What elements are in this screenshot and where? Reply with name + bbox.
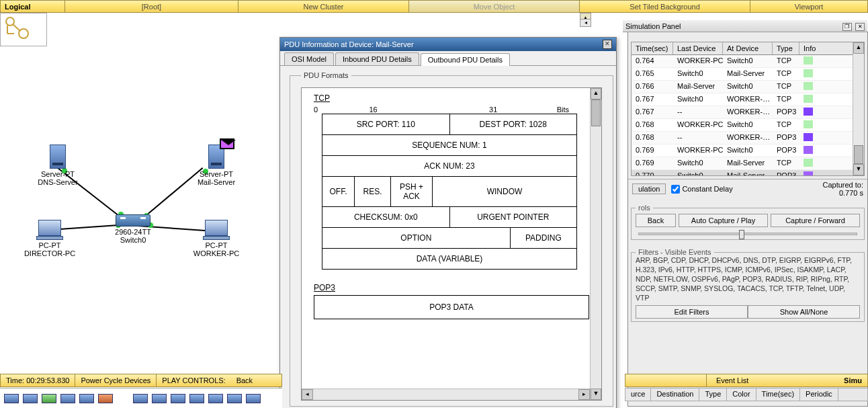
device-label: DNS-Server bbox=[34, 178, 82, 186]
event-list-table[interactable]: Time(sec) Last Device At Device Type Inf… bbox=[631, 42, 865, 176]
table-row[interactable]: 0.767--WORKER-…POP3 bbox=[632, 106, 864, 119]
tcp-option: OPTION bbox=[322, 228, 511, 248]
sim-options-row: ulation Constant Delay Captured to: 0.77… bbox=[628, 179, 867, 198]
pc-base bbox=[203, 236, 230, 240]
back-button[interactable]: Back bbox=[636, 214, 676, 227]
col-at-device[interactable]: At Device bbox=[723, 42, 773, 54]
device-type-icon[interactable] bbox=[79, 394, 94, 403]
server-icon bbox=[208, 145, 224, 169]
bit-16: 16 bbox=[369, 106, 377, 114]
new-cluster-button[interactable]: New Cluster bbox=[238, 1, 409, 12]
device-type-icon[interactable] bbox=[171, 394, 185, 403]
table-row[interactable]: 0.768WORKER-PCSwitch0TCP bbox=[632, 119, 864, 132]
device-type-icon[interactable] bbox=[42, 394, 56, 403]
tab-inbound-pdu[interactable]: Inbound PDU Details bbox=[335, 52, 419, 65]
event-list-button[interactable]: Event List bbox=[706, 374, 758, 386]
col-periodic[interactable]: Periodic bbox=[800, 389, 838, 401]
collapse-arrow[interactable]: ◂ bbox=[580, 19, 591, 27]
col-last-device[interactable]: Last Device bbox=[673, 42, 723, 54]
reset-simulation-button[interactable]: ulation bbox=[632, 183, 666, 194]
device-label: Mail-Server bbox=[192, 178, 241, 186]
col-color[interactable]: Color bbox=[727, 389, 756, 401]
switch-icon bbox=[116, 214, 150, 227]
col-destination[interactable]: Destination bbox=[651, 389, 699, 401]
device-type-icon[interactable] bbox=[189, 394, 204, 403]
device-type-icon[interactable] bbox=[208, 394, 223, 403]
table-row[interactable]: 0.765Switch0Mail-ServerTCP bbox=[632, 68, 864, 81]
tab-osi-model[interactable]: OSI Model bbox=[284, 52, 334, 65]
edit-filters-button[interactable]: Edit Filters bbox=[636, 305, 748, 319]
table-row[interactable]: 0.768--WORKER-…POP3 bbox=[632, 132, 864, 145]
close-icon[interactable]: ✕ bbox=[855, 23, 865, 31]
scroll-thumb[interactable] bbox=[854, 145, 863, 164]
sim-panel-header[interactable]: Simulation Panel ❐ ✕ bbox=[623, 20, 867, 32]
device-type-icon[interactable] bbox=[152, 394, 167, 403]
constant-delay-input[interactable] bbox=[671, 185, 680, 194]
set-tiled-bg-button[interactable]: Set Tiled Background bbox=[580, 1, 750, 12]
pc-base bbox=[36, 236, 63, 240]
device-label: Server-PT bbox=[192, 170, 241, 178]
device-mail-server[interactable]: Server-PT Mail-Server bbox=[192, 145, 241, 186]
scroll-up-icon[interactable]: ▲ bbox=[853, 42, 864, 54]
scroll-up-icon[interactable]: ▲ bbox=[591, 88, 601, 99]
device-worker-pc[interactable]: PC-PT WORKER-PC bbox=[187, 220, 246, 257]
play-controls-label: rols bbox=[636, 204, 653, 212]
table-row[interactable]: 0.764WORKER-PCSwitch0TCP bbox=[632, 55, 864, 68]
device-label: Switch0 bbox=[106, 236, 160, 244]
show-all-none-button[interactable]: Show All/None bbox=[748, 305, 860, 319]
scroll-left-icon[interactable]: ◂ bbox=[302, 389, 313, 400]
col-source[interactable]: urce bbox=[625, 389, 651, 401]
scroll-down-icon[interactable]: ▼ bbox=[591, 389, 601, 400]
col-time[interactable]: Time(sec) bbox=[632, 42, 673, 54]
restore-icon[interactable]: ❐ bbox=[842, 23, 852, 31]
pdu-envelope-icon[interactable] bbox=[220, 138, 234, 149]
device-type-icon[interactable] bbox=[4, 394, 19, 403]
device-dns-server[interactable]: Server-PT DNS-Server bbox=[34, 145, 82, 186]
scroll-down-icon[interactable]: ▼ bbox=[853, 164, 864, 175]
table-row[interactable]: 0.769Switch0Mail-ServerTCP bbox=[632, 157, 864, 170]
bottom-status-bar: Time: 00:29:53.830 Power Cycle Devices P… bbox=[0, 374, 282, 387]
capture-forward-button[interactable]: Capture / Forward bbox=[771, 214, 860, 227]
logical-button[interactable]: Logical bbox=[1, 1, 65, 12]
constant-delay-checkbox[interactable]: Constant Delay bbox=[671, 185, 732, 194]
power-cycle-button[interactable]: Power Cycle Devices bbox=[75, 374, 157, 386]
speed-slider[interactable] bbox=[638, 233, 857, 235]
pop3-data-box: POP3 DATA bbox=[314, 295, 589, 319]
device-label: Server-PT bbox=[34, 170, 82, 178]
scroll-thumb[interactable] bbox=[591, 99, 601, 126]
table-row[interactable]: 0.769WORKER-PCSwitch0POP3 bbox=[632, 145, 864, 157]
tcp-dst-port: DEST PORT: 1028 bbox=[450, 114, 577, 134]
play-back-button[interactable]: Back bbox=[231, 374, 258, 386]
device-director-pc[interactable]: PC-PT DIRECTOR-PC bbox=[20, 220, 79, 257]
pdu-title-bar[interactable]: PDU Information at Device: Mail-Server ✕ bbox=[280, 38, 616, 51]
device-switch[interactable]: 2960-24TT Switch0 bbox=[106, 214, 160, 244]
device-type-icon[interactable] bbox=[133, 394, 148, 403]
bit-31: 31 bbox=[489, 106, 497, 114]
table-row[interactable]: 0.770Switch0Mail-ServerPOP3 bbox=[632, 170, 864, 176]
device-type-icon[interactable] bbox=[246, 394, 261, 403]
close-icon[interactable]: ✕ bbox=[603, 40, 612, 49]
sim-vscrollbar[interactable]: ▲ ▼ bbox=[853, 42, 864, 175]
simulation-mode-button[interactable]: Simu bbox=[838, 374, 867, 386]
viewport-button[interactable]: Viewport bbox=[750, 1, 867, 12]
col-time[interactable]: Time(sec) bbox=[756, 389, 800, 401]
table-row[interactable]: 0.766Mail-ServerSwitch0TCP bbox=[632, 81, 864, 93]
device-type-icon[interactable] bbox=[23, 394, 38, 403]
table-row[interactable]: 0.767Switch0WORKER-…TCP bbox=[632, 93, 864, 106]
logical-workspace-icon[interactable] bbox=[0, 13, 47, 46]
device-type-icon[interactable] bbox=[98, 394, 113, 403]
pdu-vscrollbar[interactable]: ▲ ▼ bbox=[590, 88, 601, 400]
slider-thumb[interactable] bbox=[739, 230, 744, 239]
root-button[interactable]: [Root] bbox=[65, 1, 238, 12]
col-type[interactable]: Type bbox=[699, 389, 727, 401]
col-type[interactable]: Type bbox=[773, 42, 799, 54]
tab-outbound-pdu[interactable]: Outbound PDU Details bbox=[421, 53, 510, 66]
device-type-icon[interactable] bbox=[227, 394, 242, 403]
play-controls-label: PLAY CONTROLS: bbox=[157, 374, 230, 386]
pdu-hscrollbar[interactable]: ◂ ▸ bbox=[302, 389, 590, 400]
tcp-data: DATA (VARIABLE) bbox=[322, 249, 576, 269]
pdu-scroll-area[interactable]: TCP 0 16 31 Bits SRC PORT: 110 DEST PORT… bbox=[301, 87, 602, 401]
scroll-right-icon[interactable]: ▸ bbox=[578, 389, 590, 400]
device-type-icon[interactable] bbox=[60, 394, 75, 403]
auto-capture-button[interactable]: Auto Capture / Play bbox=[679, 214, 768, 227]
